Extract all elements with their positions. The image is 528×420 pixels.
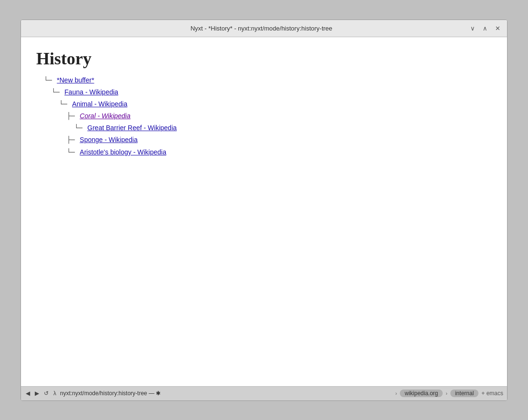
minimize-button[interactable]: ∨ bbox=[468, 24, 477, 32]
browser-window: Nyxt - *History* - nyxt:nyxt/mode/histor… bbox=[20, 20, 508, 401]
history-link-fauna[interactable]: Fauna - Wikipedia bbox=[64, 88, 118, 96]
page-title: History bbox=[36, 49, 492, 69]
window-controls: ∨ ∧ ✕ bbox=[468, 24, 502, 32]
maximize-button[interactable]: ∧ bbox=[481, 24, 489, 32]
list-item: └─ Great Barrier Reef - Wikipedia bbox=[36, 122, 492, 134]
history-link-aristotle[interactable]: Aristotle's biology - Wikipedia bbox=[80, 148, 166, 156]
tree-connector: └─ bbox=[74, 124, 82, 132]
list-item: └─ Animal - Wikipedia bbox=[36, 98, 492, 110]
nav-back-button[interactable]: ◀ bbox=[25, 390, 31, 397]
history-link-coral[interactable]: Coral - Wikipedia bbox=[80, 112, 130, 120]
status-arrow: › bbox=[396, 390, 397, 396]
status-emacs: + emacs bbox=[481, 390, 503, 397]
list-item: └─ Fauna - Wikipedia bbox=[36, 86, 492, 98]
tree-connector: ├─ bbox=[67, 136, 75, 143]
history-link-new-buffer[interactable]: *New buffer* bbox=[57, 76, 94, 84]
status-arrow-2: › bbox=[446, 390, 447, 396]
status-domain: wikipedia.org bbox=[400, 389, 443, 397]
list-item: ├─ Sponge - Wikipedia bbox=[36, 134, 492, 146]
history-tree: └─ *New buffer* └─ Fauna - Wikipedia └─ … bbox=[36, 74, 492, 158]
history-link-animal[interactable]: Animal - Wikipedia bbox=[72, 100, 127, 108]
window-title: Nyxt - *History* - nyxt:nyxt/mode/histor… bbox=[54, 25, 468, 32]
list-item: └─ Aristotle's biology - Wikipedia bbox=[36, 146, 492, 158]
page-content: History └─ *New buffer* └─ Fauna - Wikip… bbox=[21, 37, 507, 386]
close-button[interactable]: ✕ bbox=[493, 24, 502, 32]
tree-connector: └─ bbox=[59, 100, 67, 108]
status-bar: ◀ ▶ ↺ λ nyxt:nyxt/mode/history:history-t… bbox=[21, 386, 507, 400]
tree-connector: ├─ bbox=[67, 112, 75, 120]
tree-connector: └─ bbox=[44, 76, 52, 84]
nav-reload-button[interactable]: ↺ bbox=[43, 390, 50, 397]
tree-connector: └─ bbox=[67, 148, 75, 156]
nav-lambda-button[interactable]: λ bbox=[52, 390, 57, 397]
nav-forward-button[interactable]: ▶ bbox=[34, 390, 40, 397]
status-url: nyxt:nyxt/mode/history:history-tree — ✱ bbox=[60, 390, 393, 397]
status-tag: internal bbox=[450, 389, 478, 397]
history-link-great-barrier-reef[interactable]: Great Barrier Reef - Wikipedia bbox=[87, 124, 177, 132]
title-bar: Nyxt - *History* - nyxt:nyxt/mode/histor… bbox=[21, 20, 507, 37]
tree-connector: └─ bbox=[51, 88, 60, 96]
list-item: └─ *New buffer* bbox=[36, 74, 492, 86]
list-item: ├─ Coral - Wikipedia bbox=[36, 110, 492, 122]
history-link-sponge[interactable]: Sponge - Wikipedia bbox=[80, 136, 137, 143]
